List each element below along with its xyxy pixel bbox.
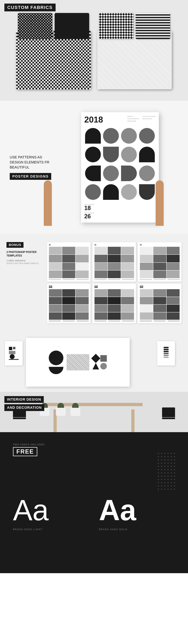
dot bbox=[161, 463, 162, 464]
bonus-info: BONUS 2 PHOTOSHOP POSTER TEMPLATES 3 GRI… bbox=[6, 242, 42, 323]
circle-cell bbox=[120, 127, 138, 145]
tpg-cell bbox=[167, 312, 180, 320]
dot bbox=[164, 486, 165, 486]
tpg-cell bbox=[94, 270, 107, 278]
dot bbox=[158, 453, 159, 454]
tpg-cell bbox=[140, 304, 153, 312]
footer-line bbox=[49, 279, 61, 280]
font-sample-light: Aa BRADA SANS LIGHT bbox=[13, 496, 89, 530]
template-icon bbox=[94, 286, 98, 288]
footer-line bbox=[140, 321, 152, 321]
font-sample-bold: Aa BRADA SANS BOLD bbox=[99, 496, 175, 530]
section-poster: USE PATTERNS AS DESIGN ELEMENTS FR BEAUT… bbox=[0, 101, 188, 234]
dot bbox=[161, 469, 162, 470]
dot bbox=[174, 482, 175, 483]
dot bbox=[161, 482, 162, 483]
template-pattern-4 bbox=[49, 289, 89, 320]
hand-left bbox=[44, 180, 52, 226]
pillow-area-1 bbox=[16, 11, 91, 40]
dot bbox=[174, 479, 175, 480]
svg-rect-14 bbox=[164, 347, 169, 348]
dot bbox=[158, 476, 159, 477]
tpg-cell bbox=[140, 312, 153, 320]
tpg-cell bbox=[94, 297, 107, 304]
dot bbox=[174, 476, 175, 477]
section-fabrics: CUSTOM FABRICS bbox=[0, 0, 188, 101]
dot bbox=[171, 456, 172, 457]
footer-line bbox=[108, 321, 120, 321]
section-fonts: TWO FONTS INCLUDED FREE Aa BRADA SANS LI… bbox=[0, 434, 188, 573]
poster-header: 2018 DUBLIN PHOTOGRAPHY SHOWCASE CULTURE… bbox=[84, 115, 156, 124]
tpg-cell bbox=[167, 304, 180, 312]
templates-grid: 02 02 bbox=[42, 242, 182, 323]
pillow-area-2 bbox=[97, 11, 172, 40]
circle-cell bbox=[84, 146, 102, 164]
poster-year: 2018 bbox=[84, 115, 103, 124]
dot bbox=[174, 486, 175, 486]
dot bbox=[161, 489, 162, 490]
poster-with-hands: 2018 DUBLIN PHOTOGRAPHY SHOWCASE CULTURE… bbox=[49, 112, 159, 222]
svg-rect-3 bbox=[94, 286, 96, 286]
dot bbox=[158, 472, 159, 474]
art-row bbox=[93, 363, 107, 370]
bonus-description: 2 PHOTOSHOP POSTER TEMPLATES bbox=[6, 250, 42, 258]
tpg-cell bbox=[49, 304, 62, 312]
bed-1 bbox=[16, 11, 91, 89]
date-num-2: 26 bbox=[84, 214, 156, 219]
svg-rect-6 bbox=[140, 286, 141, 286]
dot bbox=[164, 463, 165, 464]
circle-cell bbox=[102, 127, 120, 145]
template-card-5 bbox=[93, 284, 136, 323]
tpg-cell bbox=[94, 312, 107, 320]
poster-label: POSTER DESIGNS bbox=[10, 173, 51, 180]
tpg-cell bbox=[121, 247, 134, 254]
template-icon bbox=[140, 286, 143, 288]
svg-rect-17 bbox=[164, 353, 169, 354]
tpg-cell bbox=[108, 289, 121, 297]
tpg-cell bbox=[76, 312, 89, 320]
dot bbox=[161, 486, 162, 486]
dot bbox=[164, 472, 165, 474]
dot bbox=[168, 489, 169, 490]
fonts-grid: Aa BRADA SANS LIGHT Aa BRADA SANS BOLD bbox=[13, 463, 175, 564]
tpg-cell bbox=[153, 247, 166, 254]
dot bbox=[161, 453, 162, 454]
dot bbox=[161, 479, 162, 480]
planter-3 bbox=[70, 403, 81, 416]
dot bbox=[174, 466, 175, 467]
dot bbox=[168, 472, 169, 474]
circle-cell bbox=[138, 127, 156, 145]
tpg-cell bbox=[62, 263, 75, 270]
dot bbox=[164, 466, 165, 467]
dot bbox=[171, 469, 172, 470]
dot bbox=[164, 489, 165, 490]
art-row bbox=[93, 355, 107, 362]
dot bbox=[171, 489, 172, 490]
template-num: 02 bbox=[49, 244, 89, 246]
dot bbox=[164, 453, 165, 454]
beds-container bbox=[3, 2, 185, 99]
art-circle bbox=[49, 350, 63, 365]
footer-line bbox=[140, 279, 152, 280]
dot bbox=[168, 486, 169, 486]
dot bbox=[174, 460, 175, 460]
wall-art-content bbox=[46, 347, 110, 378]
tpg-cell bbox=[140, 270, 153, 278]
art-diamond bbox=[91, 354, 100, 363]
svg-rect-16 bbox=[164, 351, 169, 352]
tpg-cell bbox=[140, 263, 153, 270]
dot bbox=[171, 460, 172, 460]
circle-cell bbox=[102, 164, 120, 182]
chair-back-right bbox=[162, 408, 175, 417]
template-card-2: 02 bbox=[93, 242, 136, 282]
dot bbox=[174, 472, 175, 474]
template-footer bbox=[49, 321, 89, 321]
dot bbox=[171, 476, 172, 477]
planter-pot-3 bbox=[71, 408, 80, 416]
template-num bbox=[140, 286, 180, 288]
tpg-cell bbox=[62, 270, 75, 278]
dot bbox=[174, 453, 175, 454]
tpg-cell bbox=[94, 289, 107, 297]
dot bbox=[164, 479, 165, 480]
font-aa-bold: Aa bbox=[99, 496, 136, 525]
